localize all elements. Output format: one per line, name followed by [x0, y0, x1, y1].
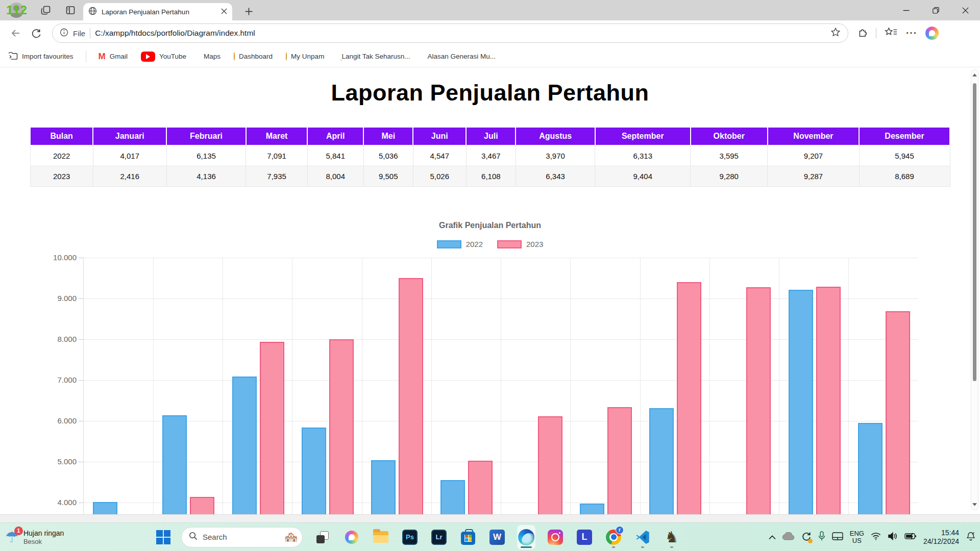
wifi-icon[interactable] [871, 532, 881, 542]
bar-2023-September[interactable] [677, 282, 701, 514]
favourite-item-langit-pin[interactable]: Langit Tak Seharusn... [337, 53, 410, 60]
favourite-item-alasan[interactable]: Alasan Generasi Mu... [423, 53, 496, 60]
bar-2022-Juni[interactable] [440, 480, 465, 514]
legend-item-2023[interactable]: 2023 [497, 240, 543, 248]
scrollbar-down-icon[interactable] [971, 500, 978, 509]
table-cell: 6,108 [466, 166, 516, 187]
url-text[interactable]: C:/xampp/htdocs/portfolio/Diagram/index.… [95, 29, 826, 38]
v-gridline [292, 258, 292, 514]
chrome-badge: r [616, 526, 624, 534]
page-scrollbar[interactable] [971, 69, 978, 510]
vscode-icon[interactable] [633, 525, 652, 549]
start-button[interactable] [156, 530, 170, 544]
tab-close-icon[interactable] [221, 7, 227, 16]
bar-2022-November[interactable] [789, 290, 813, 514]
vertical-tabs-icon[interactable] [64, 4, 77, 16]
gmail-icon: M [99, 52, 106, 62]
language-indicator[interactable]: ENG US [850, 530, 864, 544]
restore-button[interactable] [921, 0, 950, 20]
browser-tab[interactable]: Laporan Penjualan Pertahun [83, 3, 232, 20]
file-explorer-icon[interactable] [372, 525, 390, 549]
back-icon[interactable] [8, 26, 23, 41]
notification-bell-icon[interactable]: zz [966, 531, 976, 543]
bar-2023-Februari[interactable] [190, 497, 214, 514]
legend-item-2022[interactable]: 2022 [437, 240, 483, 248]
bar-2022-April[interactable] [302, 428, 326, 514]
workspaces-icon[interactable] [40, 4, 52, 16]
bar-2023-Oktober[interactable] [746, 287, 771, 514]
touchpad-icon[interactable] [832, 532, 843, 542]
search-placeholder: Search [203, 533, 279, 541]
v-gridline [431, 258, 432, 514]
profile-avatar[interactable]: 112 [5, 2, 28, 18]
table-cell: 8,004 [307, 166, 363, 187]
onedrive-icon[interactable] [782, 532, 795, 542]
y-tick-label: 5.000 [0, 457, 77, 466]
bar-2022-Desember[interactable] [858, 423, 883, 514]
taskbar-search[interactable]: Search 🏘️ [181, 527, 303, 547]
bar-2022-Agustus[interactable] [580, 504, 604, 514]
weather-widget[interactable]: ☂1 Hujan ringan Besok [5, 523, 64, 551]
microsoft-store-icon[interactable] [459, 525, 477, 549]
bar-2022-Maret[interactable] [232, 377, 257, 514]
battery-icon[interactable] [904, 533, 917, 542]
bar-2023-Juni[interactable] [468, 461, 493, 514]
tray-chevron-up-icon[interactable] [769, 533, 776, 542]
game-knight-icon[interactable]: ♞ [663, 525, 681, 549]
favourite-item-my-unpam[interactable]: My Unpam [286, 53, 324, 60]
photoshop-icon[interactable]: Ps [401, 525, 419, 549]
v-gridline [779, 258, 779, 514]
bar-2022-Februari[interactable] [162, 415, 187, 514]
bar-2022-Mei[interactable] [371, 460, 396, 514]
table-cell: 3,970 [516, 145, 595, 166]
table-cell: 7,091 [246, 145, 307, 166]
bar-2023-Agustus[interactable] [607, 407, 632, 514]
favourite-item-dashboard[interactable]: Dashboard [234, 53, 273, 60]
extensions-icon[interactable] [856, 27, 868, 40]
legend-swatch-2022 [437, 240, 461, 248]
search-seasonal-houses-icon[interactable]: 🏘️ [284, 531, 298, 543]
v-gridline [223, 258, 223, 514]
bar-2022-September[interactable] [649, 408, 674, 514]
url-scheme-label: File [73, 29, 85, 38]
volume-icon[interactable] [888, 532, 898, 543]
import-favourites-button[interactable]: Import favourites [8, 52, 74, 62]
favourite-item-youtube[interactable]: YouTube [141, 52, 186, 62]
task-view-icon[interactable] [313, 525, 332, 549]
bar-2023-Desember[interactable] [886, 311, 910, 514]
close-window-button[interactable] [950, 0, 980, 20]
instagram-icon[interactable] [546, 525, 565, 549]
sync-status-icon[interactable] [801, 531, 812, 543]
scrollbar-up-icon[interactable] [971, 71, 978, 79]
new-tab-button[interactable] [241, 4, 256, 18]
settings-menu-icon[interactable]: ··· [906, 28, 917, 39]
table-cell: 5,026 [413, 166, 466, 187]
page-info-icon[interactable] [60, 28, 68, 39]
bar-2023-April[interactable] [329, 339, 354, 514]
favourite-item-maps[interactable]: Maps [200, 53, 220, 60]
microphone-icon[interactable] [818, 531, 825, 543]
copilot-icon[interactable] [342, 525, 361, 549]
active-app-indicator [521, 546, 532, 548]
taskbar-clock[interactable]: 15:44 24/12/2024 [923, 529, 959, 546]
lightroom-icon[interactable]: Lr [430, 525, 448, 549]
scrollbar-thumb[interactable] [973, 83, 976, 381]
add-favourite-star-icon[interactable] [830, 27, 841, 39]
address-bar[interactable]: File C:/xampp/htdocs/portfolio/Diagram/i… [52, 23, 848, 43]
favourite-item-gmail[interactable]: MGmail [99, 52, 128, 62]
bar-2022-Januari[interactable] [93, 502, 117, 514]
toolbar-divider [876, 28, 876, 38]
edge-icon[interactable] [517, 525, 535, 549]
bar-2023-Mei[interactable] [399, 278, 423, 514]
minimize-button[interactable] [891, 0, 921, 20]
refresh-icon[interactable] [29, 26, 44, 41]
chrome-icon[interactable]: r [604, 525, 623, 549]
bar-2023-Maret[interactable] [260, 342, 284, 514]
bar-2023-Juli[interactable] [538, 416, 562, 514]
l-app-icon[interactable]: L [575, 525, 594, 549]
favourites-list-icon[interactable] [885, 27, 898, 39]
copilot-icon[interactable] [925, 27, 939, 40]
word-icon[interactable]: W [488, 525, 506, 549]
favourites-bar: Import favourites MGmailYouTubeMapsDashb… [0, 46, 980, 67]
bar-2023-November[interactable] [816, 287, 841, 514]
